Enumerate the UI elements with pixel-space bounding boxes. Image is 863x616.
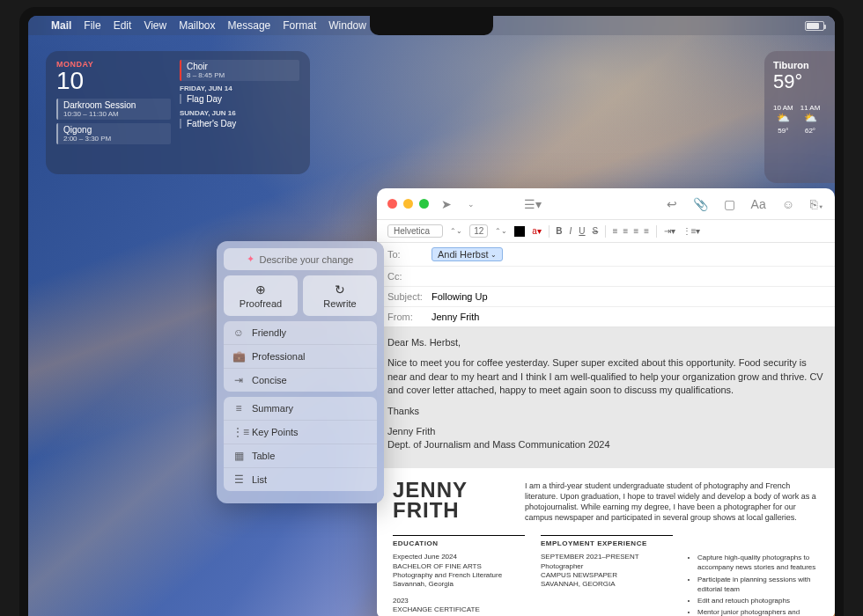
header-fields-icon[interactable]: ☰▾ [524,197,542,211]
tone-professional[interactable]: 💼Professional [224,345,377,369]
stepper-icon[interactable]: ⌃⌄ [495,227,507,235]
weather-widget[interactable]: Tiburon 59° 10 AM ⛅ 59° 11 AM ⛅ 62° [764,51,835,183]
menu-format[interactable]: Format [283,19,316,32]
font-size-field[interactable]: 12 [469,224,488,238]
mail-compose-window: ➤ ⌄ ☰▾ ↩ 📎 ▢ Aa ☺ ⎘▾ Helvetica ⌃⌄ 12 ⌃⌄ [377,188,835,616]
indent-icon[interactable]: ⇥▾ [664,226,675,236]
table-icon: ▦ [232,450,245,462]
font-select[interactable]: Helvetica [387,224,443,238]
italic-button[interactable]: I [570,226,572,236]
sparkle-icon: ✦ [247,253,254,265]
lines-icon: ≡ [232,402,245,414]
emoji-icon[interactable]: ☺ [782,197,794,211]
rewrite-button[interactable]: ↻ Rewrite [303,275,377,316]
calendar-event: Darkroom Session 10:30 – 11:30 AM [56,99,171,120]
transform-table[interactable]: ▦Table [224,444,377,468]
selected-text[interactable]: Dear Ms. Herbst, Nice to meet you for co… [377,327,835,468]
resume-name: JENNYFRITH [393,480,507,524]
display-notch [370,16,493,35]
briefcase-icon: 💼 [232,350,245,363]
resume-intro: I am a third-year student undergraduate … [525,480,819,524]
subject-value[interactable]: Following Up [432,291,488,302]
calendar-event: Choir 8 – 8:45 PM [180,60,299,81]
transform-summary[interactable]: ≡Summary [224,397,377,421]
resume-attachment: JENNYFRITH I am a third-year student und… [377,468,835,616]
align-right-icon[interactable]: ≡ [633,226,638,236]
close-button[interactable] [387,199,397,209]
bullets-icon: ⋮≡ [232,426,245,438]
subject-row[interactable]: Subject: Following Up [377,287,835,307]
text-color-icon[interactable]: a▾ [532,226,542,236]
markup-icon[interactable]: ⎘▾ [810,197,824,211]
stepper-icon[interactable]: ⌃⌄ [450,227,462,235]
cc-row[interactable]: Cc: [377,267,835,287]
strike-button[interactable]: S [593,226,599,236]
cloud-sun-icon: ⛅ [773,112,793,124]
menu-app[interactable]: Mail [51,19,71,32]
underline-button[interactable]: U [579,226,585,236]
attach-icon[interactable]: 📎 [693,197,708,211]
photo-icon[interactable]: ▢ [724,197,735,211]
proofread-button[interactable]: ⊕ Proofread [224,275,298,316]
calendar-widget[interactable]: MONDAY 10 Darkroom Session 10:30 – 11:30… [46,51,310,174]
refresh-icon: ↻ [306,282,373,297]
format-bar: Helvetica ⌃⌄ 12 ⌃⌄ a▾ B I U S ≡ ≡ ≡ ≡ [377,220,835,243]
menu-view[interactable]: View [144,19,166,32]
recipient-token[interactable]: Andi Herbst ⌄ [432,247,503,261]
weather-location: Tiburon [773,60,826,70]
menu-edit[interactable]: Edit [114,19,132,32]
from-value: Jenny Frith [432,312,479,322]
tone-concise[interactable]: ⇥Concise [224,369,377,392]
weather-hour: 11 AM ⛅ 62° [800,104,821,135]
battery-icon[interactable] [805,21,824,31]
arrows-in-icon: ⇥ [232,374,245,386]
magnifier-icon: ⊕ [227,282,294,297]
to-row[interactable]: To: Andi Herbst ⌄ [377,243,835,267]
weather-temp: 59° [773,70,826,93]
align-left-icon[interactable]: ≡ [613,226,618,236]
transform-keypoints[interactable]: ⋮≡Key Points [224,421,377,444]
list-style-icon[interactable]: ⋮≡▾ [682,226,701,236]
smile-icon: ☺ [232,326,245,339]
bold-button[interactable]: B [556,226,562,236]
weather-hour: 10 AM ⛅ 59° [773,104,793,135]
mail-body[interactable]: Dear Ms. Herbst, Nice to meet you for co… [377,327,835,616]
menu-file[interactable]: File [84,19,100,32]
writing-tools-popover: ✦ Describe your change ⊕ Proofread ↻ Rew… [217,241,384,503]
chevron-down-icon[interactable]: ⌄ [468,200,475,209]
calendar-event: Qigong 2:00 – 3:30 PM [56,123,171,144]
zoom-button[interactable] [419,199,429,209]
send-icon[interactable]: ➤ [441,197,452,211]
reply-icon[interactable]: ↩ [667,197,677,211]
cloud-sun-icon: ⛅ [800,112,821,124]
align-justify-icon[interactable]: ≡ [644,226,649,236]
mail-titlebar[interactable]: ➤ ⌄ ☰▾ ↩ 📎 ▢ Aa ☺ ⎘▾ [377,188,835,220]
list-icon: ☰ [232,473,245,486]
color-swatch[interactable] [514,226,525,237]
calendar-day-number: 10 [56,69,171,93]
transform-list[interactable]: ☰List [224,468,377,491]
align-center-icon[interactable]: ≡ [623,226,629,236]
tone-friendly[interactable]: ☺Friendly [224,321,377,345]
menu-mailbox[interactable]: Mailbox [179,19,215,32]
from-row[interactable]: From: Jenny Frith [377,307,835,326]
minimize-button[interactable] [403,199,413,209]
describe-change-field[interactable]: ✦ Describe your change [224,248,377,270]
menu-message[interactable]: Message [228,19,271,32]
menu-window[interactable]: Window [328,19,366,32]
format-icon[interactable]: Aa [751,197,766,211]
chevron-down-icon[interactable]: ⌄ [491,251,497,259]
